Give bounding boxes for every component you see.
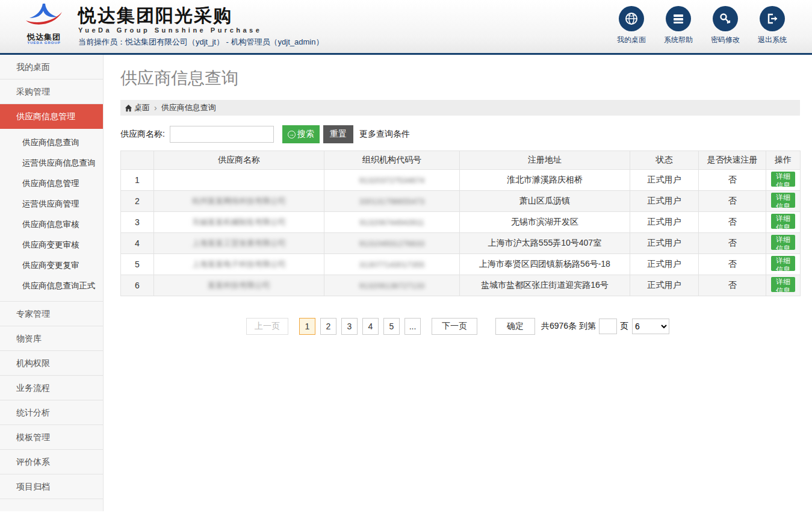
sidebar-item-procurement-mgmt[interactable]: 采购管理	[0, 79, 103, 104]
cell-status: 正式用户	[630, 170, 699, 191]
more-criteria-link[interactable]: 更多查询条件	[359, 129, 410, 140]
cell-org-code-redacted: 913203727534674	[359, 176, 424, 185]
sidebar-sub-supplier-change-audit[interactable]: 供应商变更审核	[0, 235, 103, 255]
page-button-2[interactable]: 2	[320, 318, 336, 335]
col-address: 注册地址	[460, 151, 630, 170]
sidebar-sub-supplier-info-query-formal[interactable]: 供应商信息查询正式	[0, 276, 103, 296]
sidebar-item-statistics[interactable]: 统计分析	[0, 400, 103, 425]
sidebar-item-business-process[interactable]: 业务流程	[0, 376, 103, 400]
cell-supplier-name-redacted: 上海某某电子科技有限公司	[192, 260, 286, 269]
cell-status: 正式用户	[630, 191, 699, 212]
table-row: 1 913203727534674 淮北市濉溪路庆相桥 正式用户 否 详细信息	[121, 170, 801, 191]
table-row: 5 上海某某电子科技有限公司 313077143017355 上海市奉贤区四团镇…	[121, 254, 801, 275]
sidebar: 我的桌面 采购管理 供应商信息管理 供应商信息查询 运营供应商信息查询 供应商信…	[0, 55, 104, 511]
prev-page-button[interactable]: 上一页	[246, 318, 288, 335]
sidebar-item-material-library[interactable]: 物资库	[0, 326, 103, 351]
cell-quick-reg: 否	[699, 191, 766, 212]
goto-page-input[interactable]	[599, 319, 617, 334]
table-row: 3 无锡某某机械制造有限公司 913206744943911 无锡市滨湖开发区 …	[121, 212, 801, 233]
sidebar-item-evaluation-system[interactable]: 评价体系	[0, 450, 103, 474]
cell-org-code-redacted: 313077143017355	[359, 260, 424, 269]
key-icon	[718, 11, 733, 26]
detail-info-button[interactable]: 详细信息	[771, 214, 795, 229]
detail-info-button[interactable]: 详细信息	[771, 256, 795, 271]
sidebar-item-expert-mgmt[interactable]: 专家管理	[0, 302, 103, 326]
cell-org-code-redacted: 913206136727133	[359, 281, 424, 290]
logo-cn-text: 悦达集团	[18, 33, 70, 41]
col-org-code: 组织机构代码号	[324, 151, 460, 170]
breadcrumb-home-link[interactable]: 桌面	[134, 102, 150, 113]
sidebar-sub-supplier-info-query[interactable]: 供应商信息查询	[0, 132, 103, 153]
header-quick-links: 我的桌面 系统帮助 密码修改 退出系统	[617, 0, 787, 45]
detail-info-button[interactable]: 详细信息	[771, 193, 795, 208]
supplier-name-input[interactable]	[170, 126, 274, 143]
search-button[interactable]: → 搜索	[282, 125, 320, 143]
cell-index: 5	[121, 254, 154, 275]
globe-icon	[624, 11, 639, 26]
company-logo: 悦达集团 YUEDA GROUP	[18, 2, 70, 45]
cell-status: 正式用户	[630, 275, 699, 296]
page-size-select[interactable]: 6	[632, 319, 669, 334]
breadcrumb: 桌面 › 供应商信息查询	[120, 100, 800, 116]
detail-info-button[interactable]: 详细信息	[771, 277, 795, 292]
sidebar-item-org-permissions[interactable]: 机构权限	[0, 351, 103, 376]
logout-icon	[765, 11, 779, 26]
cell-status: 正式用户	[630, 254, 699, 275]
page-title: 供应商信息查询	[120, 67, 812, 90]
logout-button[interactable]: 退出系统	[758, 6, 787, 45]
sidebar-sub-operating-supplier-info-query[interactable]: 运营供应商信息查询	[0, 153, 103, 173]
total-records-text: 共6976条 到第	[541, 321, 596, 332]
page-button-5[interactable]: 5	[383, 318, 400, 335]
page-button-4[interactable]: 4	[362, 318, 379, 335]
table-row: 6 某某科技有限公司 913206136727133 盐城市盐都区张庄街道迎宾路…	[121, 275, 801, 296]
detail-info-button[interactable]: 详细信息	[771, 172, 795, 187]
reset-button[interactable]: 重置	[323, 125, 353, 143]
cell-org-code-redacted: 913104931276633	[359, 239, 424, 248]
table-row: 2 杭州某某网络科技有限公司 330131798655473 萧山区瓜沥镇 正式…	[121, 191, 801, 212]
sidebar-item-project-archive[interactable]: 项目归档	[0, 474, 103, 499]
col-supplier-name: 供应商名称	[154, 151, 324, 170]
sidebar-sub-supplier-info-audit[interactable]: 供应商信息审核	[0, 214, 103, 235]
logo-bird-icon	[25, 2, 63, 30]
cell-address: 上海市沪太路555弄10号407室	[460, 233, 630, 254]
col-index	[121, 151, 154, 170]
sidebar-item-supplier-info-mgmt[interactable]: 供应商信息管理	[0, 104, 103, 129]
pagination: 上一页 1 2 3 4 5 ... 下一页 确定 共6976条 到第 页 6	[104, 318, 812, 335]
cell-address: 无锡市滨湖开发区	[460, 212, 630, 233]
sidebar-sub-supplier-change-review[interactable]: 供应商变更复审	[0, 255, 103, 276]
col-quick-reg: 是否快速注册	[699, 151, 766, 170]
cell-quick-reg: 否	[699, 170, 766, 191]
next-page-button[interactable]: 下一页	[432, 318, 477, 335]
app-subtitle: YueDa Group Sunshine Purchase	[78, 26, 323, 34]
cell-supplier-name-redacted: 无锡某某机械制造有限公司	[192, 217, 286, 226]
cell-index: 6	[121, 275, 154, 296]
detail-info-button[interactable]: 详细信息	[771, 235, 795, 250]
cell-supplier-name-redacted: 某某科技有限公司	[208, 281, 270, 290]
main-content: 供应商信息查询 桌面 › 供应商信息查询 供应商名称: → 搜索 重置 更多查询…	[104, 55, 812, 511]
system-help-button[interactable]: 系统帮助	[664, 6, 693, 45]
sidebar-sub-operating-supplier-mgmt[interactable]: 运营供应商管理	[0, 194, 103, 214]
sidebar-item-my-desktop[interactable]: 我的桌面	[0, 55, 103, 79]
cell-status: 正式用户	[630, 212, 699, 233]
my-desktop-button[interactable]: 我的桌面	[617, 6, 646, 45]
page-button-3[interactable]: 3	[341, 318, 358, 335]
cell-address: 上海市奉贤区四团镇新杨路56号-18	[460, 254, 630, 275]
cell-status: 正式用户	[630, 233, 699, 254]
cell-address: 萧山区瓜沥镇	[460, 191, 630, 212]
confirm-page-button[interactable]: 确定	[495, 318, 535, 335]
sidebar-item-template-mgmt[interactable]: 模板管理	[0, 425, 103, 450]
supplier-name-label: 供应商名称:	[120, 129, 165, 140]
cell-org-code-redacted: 913206744943911	[359, 218, 424, 227]
cell-address: 淮北市濉溪路庆相桥	[460, 170, 630, 191]
page-ellipsis[interactable]: ...	[404, 318, 421, 335]
app-title: 悦达集团阳光采购	[78, 6, 323, 25]
breadcrumb-separator: ›	[154, 103, 157, 113]
page-button-1[interactable]: 1	[299, 318, 315, 335]
change-password-button[interactable]: 密码修改	[711, 6, 740, 45]
sidebar-sub-supplier-info-mgmt[interactable]: 供应商信息管理	[0, 173, 103, 194]
table-header-row: 供应商名称 组织机构代码号 注册地址 状态 是否快速注册 操作	[121, 151, 801, 170]
cell-quick-reg: 否	[699, 254, 766, 275]
search-arrow-icon: →	[288, 131, 296, 138]
cell-index: 4	[121, 233, 154, 254]
cell-supplier-name-redacted: 杭州某某网络科技有限公司	[192, 196, 286, 205]
